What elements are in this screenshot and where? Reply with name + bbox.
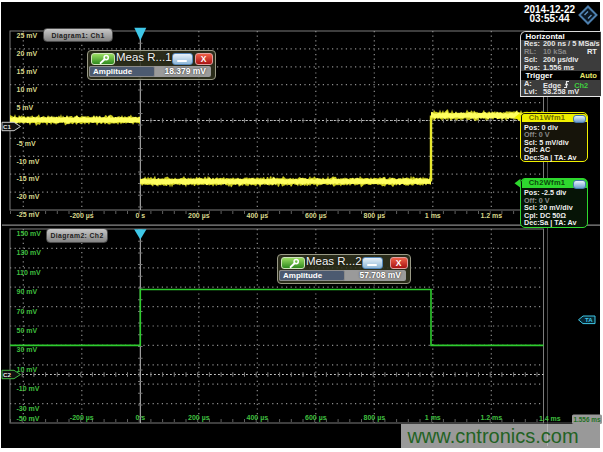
svg-text:25 mV: 25 mV — [17, 32, 38, 39]
svg-text:20 mV: 20 mV — [17, 50, 38, 57]
svg-text:-20 mV: -20 mV — [17, 193, 40, 200]
svg-text:150 mV: 150 mV — [17, 230, 42, 237]
svg-text:-50 mV: -50 mV — [17, 415, 40, 422]
svg-text:400 µs: 400 µs — [247, 414, 269, 422]
svg-text:90 mV: 90 mV — [17, 288, 38, 295]
svg-text:1.2 ms: 1.2 ms — [480, 414, 502, 421]
svg-text:50 mV: 50 mV — [17, 327, 38, 334]
svg-text:TA: TA — [585, 317, 593, 323]
svg-text:-200 µs: -200 µs — [70, 212, 94, 220]
svg-text:1.556 ms: 1.556 ms — [573, 416, 600, 423]
svg-text:-25 mV: -25 mV — [17, 211, 40, 218]
svg-text:400 µs: 400 µs — [247, 212, 269, 220]
svg-text:15 mV: 15 mV — [17, 68, 38, 75]
svg-text:1.4 ms: 1.4 ms — [539, 415, 561, 422]
svg-text:-10 mV: -10 mV — [17, 385, 40, 392]
svg-text:1 ms: 1 ms — [425, 212, 441, 219]
svg-text:130 mV: 130 mV — [17, 249, 42, 256]
svg-text:10 mV: 10 mV — [17, 86, 38, 93]
svg-text:-5 mV: -5 mV — [17, 140, 36, 147]
svg-text:70 mV: 70 mV — [17, 308, 38, 315]
svg-text:200 µs: 200 µs — [188, 212, 210, 220]
svg-text:0 s: 0 s — [135, 212, 145, 219]
svg-text:5 mV: 5 mV — [17, 104, 34, 111]
svg-text:C2: C2 — [3, 371, 11, 378]
svg-text:30 mV: 30 mV — [17, 346, 38, 353]
svg-text:C1: C1 — [3, 123, 11, 130]
svg-text:110 mV: 110 mV — [17, 269, 41, 276]
svg-text:-10 mV: -10 mV — [17, 158, 40, 165]
svg-text:1 ms: 1 ms — [425, 414, 441, 421]
svg-text:200 µs: 200 µs — [188, 414, 210, 422]
svg-text:1.2 ms: 1.2 ms — [480, 212, 502, 219]
svg-text:800 µs: 800 µs — [364, 414, 386, 422]
svg-text:600 µs: 600 µs — [305, 414, 327, 422]
svg-text:-30 mV: -30 mV — [17, 405, 40, 412]
svg-text:600 µs: 600 µs — [305, 212, 327, 220]
svg-text:-200 µs: -200 µs — [70, 414, 94, 422]
svg-text:10 mV: 10 mV — [17, 366, 38, 373]
svg-text:0 s: 0 s — [135, 414, 145, 421]
svg-text:-15 mV: -15 mV — [17, 175, 40, 182]
svg-text:800 µs: 800 µs — [364, 212, 386, 220]
